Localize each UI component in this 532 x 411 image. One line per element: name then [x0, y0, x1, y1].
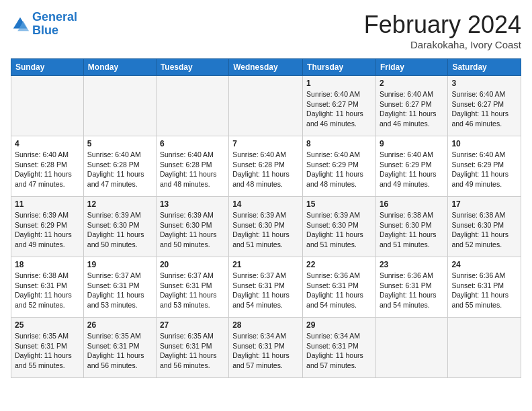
day-info: Sunrise: 6:40 AM Sunset: 6:27 PM Dayligh… — [306, 89, 372, 129]
calendar-day-cell — [83, 76, 156, 136]
calendar-day-cell: 24Sunrise: 6:36 AM Sunset: 6:31 PM Dayli… — [448, 257, 521, 318]
weekday-header: Thursday — [303, 59, 376, 76]
day-number: 1 — [306, 79, 372, 88]
calendar-day-cell: 7Sunrise: 6:40 AM Sunset: 6:28 PM Daylig… — [229, 136, 303, 197]
calendar-day-cell: 3Sunrise: 6:40 AM Sunset: 6:27 PM Daylig… — [448, 76, 521, 136]
calendar-day-cell: 13Sunrise: 6:39 AM Sunset: 6:30 PM Dayli… — [156, 197, 228, 257]
calendar-day-cell: 26Sunrise: 6:35 AM Sunset: 6:31 PM Dayli… — [83, 318, 156, 378]
logo: General Blue — [11, 11, 77, 38]
calendar-week-row: 1Sunrise: 6:40 AM Sunset: 6:27 PM Daylig… — [11, 76, 521, 136]
calendar-day-cell: 21Sunrise: 6:37 AM Sunset: 6:31 PM Dayli… — [229, 257, 303, 318]
day-info: Sunrise: 6:39 AM Sunset: 6:30 PM Dayligh… — [232, 210, 299, 250]
day-info: Sunrise: 6:40 AM Sunset: 6:28 PM Dayligh… — [87, 150, 152, 189]
day-info: Sunrise: 6:39 AM Sunset: 6:30 PM Dayligh… — [306, 210, 372, 250]
calendar-day-cell — [375, 318, 447, 378]
calendar-day-cell: 29Sunrise: 6:34 AM Sunset: 6:31 PM Dayli… — [303, 318, 376, 378]
calendar-day-cell: 16Sunrise: 6:38 AM Sunset: 6:30 PM Dayli… — [375, 197, 447, 257]
day-info: Sunrise: 6:37 AM Sunset: 6:31 PM Dayligh… — [87, 271, 152, 310]
day-number: 26 — [87, 320, 152, 330]
day-info: Sunrise: 6:36 AM Sunset: 6:31 PM Dayligh… — [451, 271, 517, 310]
day-info: Sunrise: 6:40 AM Sunset: 6:27 PM Dayligh… — [451, 89, 517, 129]
day-number: 15 — [306, 199, 372, 209]
calendar-day-cell — [156, 76, 228, 136]
logo-line2: Blue — [32, 24, 58, 37]
day-info: Sunrise: 6:40 AM Sunset: 6:29 PM Dayligh… — [380, 150, 444, 189]
day-number: 28 — [232, 320, 299, 330]
weekday-header: Sunday — [11, 59, 84, 76]
calendar-day-cell — [11, 76, 84, 136]
day-number: 20 — [160, 260, 225, 269]
calendar-day-cell — [448, 318, 521, 378]
page-header: General Blue February 2024 Darakokaha, I… — [11, 11, 521, 50]
logo-line1: General — [32, 10, 77, 24]
calendar-day-cell: 4Sunrise: 6:40 AM Sunset: 6:28 PM Daylig… — [11, 136, 84, 197]
day-info: Sunrise: 6:40 AM Sunset: 6:28 PM Dayligh… — [160, 150, 225, 189]
day-info: Sunrise: 6:39 AM Sunset: 6:30 PM Dayligh… — [160, 210, 225, 250]
day-number: 22 — [306, 260, 372, 269]
day-info: Sunrise: 6:36 AM Sunset: 6:31 PM Dayligh… — [380, 271, 444, 310]
calendar-day-cell: 19Sunrise: 6:37 AM Sunset: 6:31 PM Dayli… — [83, 257, 156, 318]
calendar-day-cell: 14Sunrise: 6:39 AM Sunset: 6:30 PM Dayli… — [229, 197, 303, 257]
calendar-week-row: 11Sunrise: 6:39 AM Sunset: 6:29 PM Dayli… — [11, 197, 521, 257]
calendar-title: February 2024 — [364, 11, 521, 39]
day-number: 16 — [380, 199, 444, 209]
day-info: Sunrise: 6:34 AM Sunset: 6:31 PM Dayligh… — [232, 331, 299, 371]
weekday-header: Tuesday — [156, 59, 228, 76]
day-number: 5 — [87, 139, 152, 148]
day-info: Sunrise: 6:38 AM Sunset: 6:31 PM Dayligh… — [15, 271, 80, 310]
day-number: 29 — [306, 320, 372, 330]
day-number: 10 — [451, 139, 517, 148]
day-number: 17 — [451, 199, 517, 209]
day-number: 23 — [380, 260, 444, 269]
day-number: 2 — [380, 79, 444, 88]
day-info: Sunrise: 6:34 AM Sunset: 6:31 PM Dayligh… — [306, 331, 372, 371]
calendar-day-cell: 23Sunrise: 6:36 AM Sunset: 6:31 PM Dayli… — [375, 257, 447, 318]
day-info: Sunrise: 6:36 AM Sunset: 6:31 PM Dayligh… — [306, 271, 372, 310]
day-number: 8 — [306, 139, 372, 148]
calendar-day-cell: 6Sunrise: 6:40 AM Sunset: 6:28 PM Daylig… — [156, 136, 228, 197]
calendar-day-cell: 25Sunrise: 6:35 AM Sunset: 6:31 PM Dayli… — [11, 318, 84, 378]
day-info: Sunrise: 6:37 AM Sunset: 6:31 PM Dayligh… — [232, 271, 299, 310]
day-number: 14 — [232, 199, 299, 209]
day-info: Sunrise: 6:38 AM Sunset: 6:30 PM Dayligh… — [451, 210, 517, 250]
calendar-day-cell: 8Sunrise: 6:40 AM Sunset: 6:29 PM Daylig… — [303, 136, 376, 197]
logo-icon — [11, 15, 30, 34]
day-info: Sunrise: 6:40 AM Sunset: 6:28 PM Dayligh… — [232, 150, 299, 189]
day-number: 18 — [15, 260, 80, 269]
calendar-day-cell: 22Sunrise: 6:36 AM Sunset: 6:31 PM Dayli… — [303, 257, 376, 318]
calendar-day-cell: 18Sunrise: 6:38 AM Sunset: 6:31 PM Dayli… — [11, 257, 84, 318]
calendar-day-cell: 17Sunrise: 6:38 AM Sunset: 6:30 PM Dayli… — [448, 197, 521, 257]
weekday-header: Monday — [83, 59, 156, 76]
day-info: Sunrise: 6:35 AM Sunset: 6:31 PM Dayligh… — [15, 331, 80, 371]
calendar-day-cell: 15Sunrise: 6:39 AM Sunset: 6:30 PM Dayli… — [303, 197, 376, 257]
day-number: 27 — [160, 320, 225, 330]
day-info: Sunrise: 6:39 AM Sunset: 6:30 PM Dayligh… — [87, 210, 152, 250]
calendar-day-cell: 10Sunrise: 6:40 AM Sunset: 6:29 PM Dayli… — [448, 136, 521, 197]
day-info: Sunrise: 6:37 AM Sunset: 6:31 PM Dayligh… — [160, 271, 225, 310]
day-info: Sunrise: 6:40 AM Sunset: 6:29 PM Dayligh… — [306, 150, 372, 189]
calendar-week-row: 25Sunrise: 6:35 AM Sunset: 6:31 PM Dayli… — [11, 318, 521, 378]
day-number: 21 — [232, 260, 299, 269]
day-number: 9 — [380, 139, 444, 148]
weekday-header: Friday — [375, 59, 447, 76]
weekday-header-row: SundayMondayTuesdayWednesdayThursdayFrid… — [11, 59, 521, 76]
calendar-day-cell — [229, 76, 303, 136]
calendar-week-row: 4Sunrise: 6:40 AM Sunset: 6:28 PM Daylig… — [11, 136, 521, 197]
calendar-subtitle: Darakokaha, Ivory Coast — [364, 39, 521, 50]
day-number: 12 — [87, 199, 152, 209]
calendar-day-cell: 11Sunrise: 6:39 AM Sunset: 6:29 PM Dayli… — [11, 197, 84, 257]
day-info: Sunrise: 6:35 AM Sunset: 6:31 PM Dayligh… — [87, 331, 152, 371]
day-number: 25 — [15, 320, 80, 330]
day-info: Sunrise: 6:40 AM Sunset: 6:29 PM Dayligh… — [451, 150, 517, 189]
title-block: February 2024 Darakokaha, Ivory Coast — [364, 11, 521, 50]
calendar-week-row: 18Sunrise: 6:38 AM Sunset: 6:31 PM Dayli… — [11, 257, 521, 318]
calendar-day-cell: 12Sunrise: 6:39 AM Sunset: 6:30 PM Dayli… — [83, 197, 156, 257]
day-number: 7 — [232, 139, 299, 148]
calendar-day-cell: 28Sunrise: 6:34 AM Sunset: 6:31 PM Dayli… — [229, 318, 303, 378]
day-number: 24 — [451, 260, 517, 269]
calendar-day-cell: 20Sunrise: 6:37 AM Sunset: 6:31 PM Dayli… — [156, 257, 228, 318]
weekday-header: Wednesday — [229, 59, 303, 76]
day-number: 4 — [15, 139, 80, 148]
calendar-day-cell: 27Sunrise: 6:35 AM Sunset: 6:31 PM Dayli… — [156, 318, 228, 378]
day-number: 19 — [87, 260, 152, 269]
